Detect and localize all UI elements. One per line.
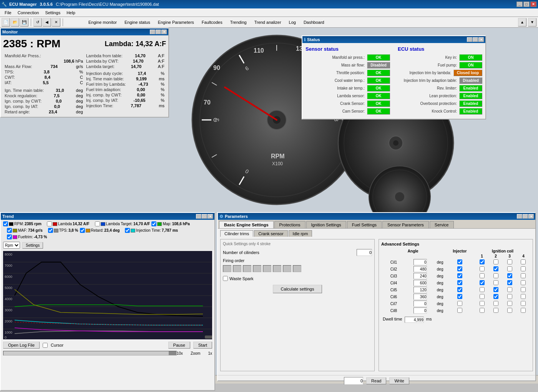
angle-input-cil6[interactable] — [413, 294, 427, 300]
pause-button[interactable]: Pause — [168, 342, 190, 349]
nav-engine-status[interactable]: Engine status — [125, 20, 150, 25]
open-log-button[interactable]: Open Log File — [3, 342, 40, 349]
firing-cell-5[interactable] — [263, 265, 271, 272]
coil-3-check-cil8[interactable] — [507, 308, 512, 313]
coil-4-check-cil7[interactable] — [521, 301, 526, 306]
rw-value-input[interactable] — [344, 377, 363, 385]
coil-1-check-cil6[interactable] — [480, 294, 485, 299]
coil-2-check-cil8[interactable] — [493, 308, 498, 313]
angle-input-cil7[interactable] — [413, 301, 427, 307]
angle-input-cil1[interactable] — [413, 259, 427, 265]
coil-2-check-cil7[interactable] — [493, 301, 498, 306]
coil-3-check-cil6[interactable] — [507, 294, 512, 299]
coil-2-check-cil4[interactable] — [493, 280, 498, 285]
trend-rpm-dropdown[interactable]: Rpm — [3, 242, 20, 249]
coil-3-check-cil5[interactable] — [507, 287, 512, 292]
angle-input-cil5[interactable] — [413, 287, 427, 293]
maximize-button[interactable]: □ — [523, 2, 530, 7]
monitor-close[interactable]: ✕ — [161, 30, 167, 34]
trend-lambda-target-check[interactable] — [95, 221, 100, 226]
trend-close[interactable]: ✕ — [208, 214, 213, 219]
coil-1-check-cil5[interactable] — [480, 287, 485, 292]
coil-3-check-cil4[interactable] — [507, 280, 512, 285]
firing-cell-8[interactable] — [293, 265, 301, 272]
coil-2-check-cil6[interactable] — [493, 294, 498, 299]
toolbar-stop[interactable]: ✕ — [52, 18, 60, 27]
nav-faultcodes[interactable]: Faultcodes — [202, 20, 223, 25]
menu-file[interactable]: File — [2, 10, 15, 16]
tab-service[interactable]: Service — [430, 221, 454, 228]
trend-rpm-check[interactable] — [3, 221, 8, 226]
cursor-check[interactable] — [43, 343, 48, 348]
toolbar-back[interactable]: ◀ — [43, 18, 51, 27]
nav-dashboard[interactable]: Dashboard — [304, 20, 324, 25]
coil-1-check-cil3[interactable] — [480, 273, 485, 278]
tab-protections[interactable]: Protections — [274, 221, 306, 228]
coil-2-check-cil3[interactable] — [493, 273, 498, 278]
status-close[interactable]: ✕ — [478, 37, 484, 42]
toolbar-refresh[interactable]: ↺ — [33, 18, 42, 27]
trend-settings-btn[interactable]: Settings — [22, 242, 43, 249]
coil-1-check-cil7[interactable] — [480, 301, 485, 306]
angle-input-cil2[interactable] — [413, 266, 427, 272]
trend-tps-check[interactable] — [48, 228, 53, 233]
injector-check-cil8[interactable] — [457, 308, 462, 313]
params-maximize[interactable]: □ — [523, 214, 528, 219]
coil-4-check-cil8[interactable] — [521, 308, 526, 313]
nav-prev[interactable]: ▲ — [518, 18, 526, 27]
toolbar-save[interactable]: 💾 — [20, 18, 28, 27]
nav-engine-monitor[interactable]: Engine monitor — [88, 20, 117, 25]
firing-cell-3[interactable] — [243, 265, 251, 272]
num-cylinders-input[interactable] — [357, 249, 372, 256]
coil-2-check-cil5[interactable] — [493, 287, 498, 292]
coil-2-check-cil2[interactable] — [493, 266, 498, 271]
write-button[interactable]: Write — [389, 377, 409, 384]
trend-retard-check[interactable] — [80, 228, 85, 233]
angle-input-cil3[interactable] — [413, 273, 427, 279]
tab-sensor[interactable]: Sensor Parameters — [382, 221, 429, 228]
trend-map-check[interactable] — [151, 221, 156, 226]
params-minimize[interactable]: _ — [517, 214, 522, 219]
angle-input-cil8[interactable] — [413, 307, 427, 314]
minimize-button[interactable]: _ — [516, 2, 523, 7]
coil-4-check-cil4[interactable] — [521, 280, 526, 285]
trend-fueltrim-check[interactable] — [7, 234, 12, 239]
firing-cell-2[interactable] — [233, 265, 241, 272]
coil-1-check-cil1[interactable] — [480, 259, 485, 264]
menu-connection[interactable]: Connection — [15, 10, 42, 16]
waste-spark-check[interactable] — [223, 276, 228, 281]
coil-3-check-cil1[interactable] — [507, 259, 512, 264]
coil-1-check-cil8[interactable] — [480, 308, 485, 313]
trend-maximize[interactable]: □ — [202, 214, 207, 219]
injector-check-cil2[interactable] — [457, 266, 462, 271]
read-button[interactable]: Read — [366, 377, 386, 384]
menu-settings[interactable]: Settings — [42, 10, 63, 16]
tab-basic-engine[interactable]: Basic Engine Settings — [219, 221, 274, 228]
start-button[interactable]: Start — [193, 342, 212, 349]
nav-engine-parameters[interactable]: Engine Parameters — [158, 20, 194, 25]
inner-tab-crank[interactable]: Crank sensor — [254, 230, 287, 237]
coil-1-check-cil2[interactable] — [480, 266, 485, 271]
trend-maf-check[interactable] — [7, 228, 12, 233]
coil-3-check-cil2[interactable] — [507, 266, 512, 271]
status-minimize[interactable]: _ — [467, 37, 472, 42]
coil-4-check-cil1[interactable] — [521, 259, 526, 264]
nav-trend-analizer[interactable]: Trend analizer — [254, 20, 281, 25]
toolbar-open[interactable]: 📂 — [11, 18, 19, 27]
coil-3-check-cil7[interactable] — [507, 301, 512, 306]
coil-2-check-cil1[interactable] — [493, 259, 498, 264]
nav-trending[interactable]: Trending — [230, 20, 247, 25]
nav-log[interactable]: Log — [289, 20, 296, 25]
firing-cell-6[interactable] — [273, 265, 281, 272]
monitor-maximize[interactable]: □ — [156, 30, 161, 34]
toolbar-new[interactable]: 📄 — [2, 18, 10, 27]
coil-4-check-cil2[interactable] — [521, 266, 526, 271]
monitor-minimize[interactable]: _ — [150, 30, 155, 34]
firing-cell-1[interactable] — [223, 265, 231, 272]
coil-1-check-cil4[interactable] — [480, 280, 485, 285]
coil-4-check-cil3[interactable] — [521, 273, 526, 278]
injector-check-cil4[interactable] — [457, 280, 462, 285]
trend-injection-check[interactable] — [125, 228, 130, 233]
status-maximize[interactable]: □ — [473, 37, 478, 42]
injector-check-cil5[interactable] — [457, 287, 462, 292]
